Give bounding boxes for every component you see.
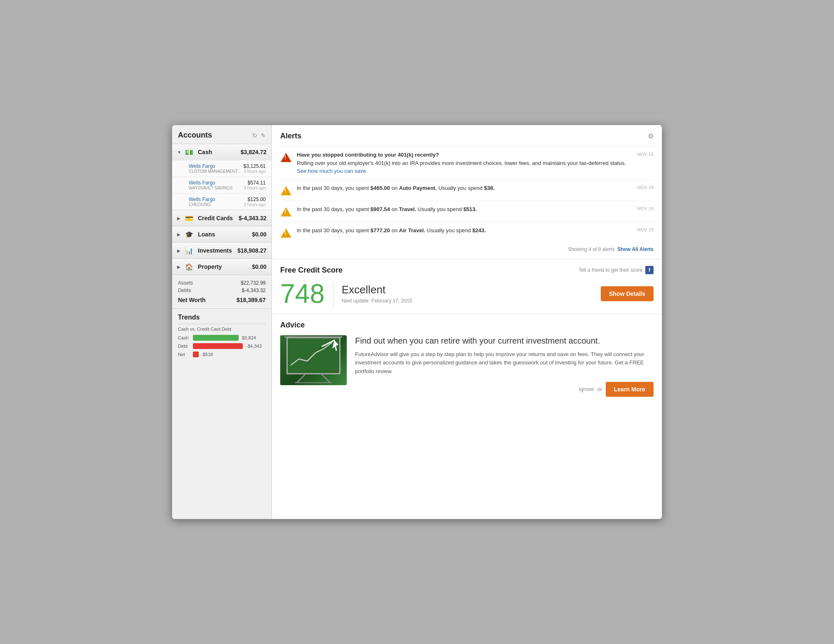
alert-401k-date: NOV 19 <box>637 151 654 157</box>
score-rating: Excellent <box>342 283 412 296</box>
credit-score-title: Free Credit Score <box>280 266 343 275</box>
score-info: Excellent Next update: February 17, 2015 <box>342 283 412 304</box>
account-group-loans: ▶ 🎓 Loans $0.00 <box>172 226 271 243</box>
assets-value: $22,732.99 <box>241 280 266 286</box>
alert-yellow-triangle-icon <box>281 207 291 216</box>
cash-group-name: Cash <box>198 149 241 155</box>
alert-auto-text: In the past 30 days, you spent $465.00 o… <box>297 185 495 191</box>
property-name: Property <box>198 263 252 270</box>
alerts-showing-count: Showing 4 of 8 alerts <box>568 246 614 252</box>
advice-image <box>280 335 347 385</box>
sidebar-title: Accounts <box>178 131 212 140</box>
sidebar: Accounts ↻ ✎ ▼ 💵 Cash $3,824.72 Wells Fa… <box>172 125 272 519</box>
sub-account-name[interactable]: Wells Fargo <box>189 163 241 169</box>
advice-body-text: FutureAdvisor will give you a step by st… <box>355 350 654 376</box>
net-worth-row: Net Worth $18,389.67 <box>178 297 266 303</box>
alert-travel-date: NOV 19 <box>637 205 654 211</box>
refresh-icon[interactable]: ↻ <box>252 132 257 139</box>
credit-score-left: 748 Excellent Next update: February 17, … <box>280 280 412 307</box>
learn-more-button[interactable]: Learn More <box>606 382 654 397</box>
debts-row: Debts $-4,343.32 <box>178 288 266 293</box>
alert-401k-body: Have you stopped contributing to your 40… <box>297 151 628 175</box>
sub-account-name[interactable]: Wells Fargo <box>189 180 232 186</box>
cash-group-header[interactable]: ▼ 💵 Cash $3,824.72 <box>172 144 271 160</box>
alert-auto-body: In the past 30 days, you spent $465.00 o… <box>297 184 628 192</box>
alert-red-icon-wrap <box>280 152 292 163</box>
credit-score-section: Free Credit Score Tell a friend to get t… <box>272 259 662 314</box>
debts-label: Debts <box>178 288 191 293</box>
credit-friend-text: Tell a friend to get their score <box>579 267 643 273</box>
sub-account-time: 3 hours ago <box>244 202 266 207</box>
investments-group-header[interactable]: ▶ 📊 Investments $18,908.27 <box>172 243 271 258</box>
alert-air-travel-date: NOV 19 <box>637 226 654 232</box>
property-group-header[interactable]: ▶ 🏠 Property $0.00 <box>172 259 271 275</box>
cash-sub-accounts: Wells Fargo CUSTOM MANAGEMENT... $3,125.… <box>172 160 271 210</box>
trends-subtitle: Cash vs. Credit Card Debt <box>178 327 266 332</box>
ignore-link[interactable]: Ignore <box>579 386 594 392</box>
advice-text-block: Find out when you can retire with your c… <box>355 335 654 397</box>
investments-name: Investments <box>198 247 237 254</box>
alerts-footer: Showing 4 of 8 alerts Show All Alerts <box>280 243 654 252</box>
alert-yellow-icon-wrap-air <box>280 227 292 239</box>
sub-account-amount: $574.11 <box>244 180 266 186</box>
list-item: Wells Fargo WAY2SAVE? SAVINGS $574.11 3 … <box>172 177 271 193</box>
credit-cards-name: Credit Cards <box>198 215 239 221</box>
account-group-cash: ▼ 💵 Cash $3,824.72 Wells Fargo CUSTOM MA… <box>172 144 271 210</box>
score-divider <box>333 281 333 306</box>
account-group-investments: ▶ 📊 Investments $18,908.27 <box>172 243 271 259</box>
alert-auto-date: NOV 19 <box>637 184 654 190</box>
credit-cards-group-header[interactable]: ▶ 💳 Credit Cards $-4,343.32 <box>172 210 271 226</box>
expand-arrow-property: ▶ <box>177 265 181 269</box>
expand-arrow-credit: ▶ <box>177 216 181 221</box>
svg-line-4 <box>322 374 330 383</box>
property-icon: 🏠 <box>184 263 195 270</box>
alert-item-travel: In the past 30 days, you spent $907.54 o… <box>280 201 654 222</box>
loans-icon: 🎓 <box>184 231 195 238</box>
sub-account-name[interactable]: Wells Fargo <box>189 197 215 202</box>
property-total: $0.00 <box>252 263 266 270</box>
account-summary: Assets $22,732.99 Debts $-4,343.32 Net W… <box>172 275 271 309</box>
alert-item-air-travel: In the past 30 days, you spent $777.20 o… <box>280 222 654 243</box>
expand-arrow-loans: ▶ <box>177 232 181 237</box>
debt-bar <box>193 343 243 349</box>
sub-account-amount: $125.00 <box>244 197 266 202</box>
net-worth-label: Net Worth <box>178 297 206 303</box>
account-group-credit-cards: ▶ 💳 Credit Cards $-4,343.32 <box>172 210 271 226</box>
list-item: Wells Fargo CUSTOM MANAGEMENT... $3,125.… <box>172 160 271 177</box>
credit-score-content: 748 Excellent Next update: February 17, … <box>280 280 654 307</box>
credit-friend-link[interactable]: Tell a friend to get their score f <box>579 266 654 274</box>
assets-label: Assets <box>178 280 193 286</box>
cash-group-total: $3,824.72 <box>241 149 266 155</box>
loans-total: $0.00 <box>252 231 266 238</box>
svg-line-3 <box>297 374 305 383</box>
show-all-alerts-link[interactable]: Show All Alerts <box>617 246 654 252</box>
alert-401k-link[interactable]: See how much you can save. <box>297 168 368 174</box>
sub-account-type: CHECKING <box>189 202 215 207</box>
trends-section: Trends Cash vs. Credit Card Debt Cash $3… <box>172 309 271 362</box>
main-content: Alerts ⚙ Have you stopped contributing t… <box>272 125 662 519</box>
alert-yellow-triangle-icon <box>281 186 291 195</box>
edit-icon[interactable]: ✎ <box>261 132 266 139</box>
alert-yellow-icon-wrap-auto <box>280 185 292 197</box>
alerts-title: Alerts <box>280 132 301 140</box>
expand-arrow-investments: ▶ <box>177 248 181 253</box>
credit-cards-total: $-4,343.32 <box>239 215 266 221</box>
cash-bar <box>193 335 239 341</box>
net-bar-row: Net -$518 <box>178 351 266 357</box>
loans-group-header[interactable]: ▶ 🎓 Loans $0.00 <box>172 226 271 242</box>
alert-yellow-icon-wrap-travel <box>280 206 292 218</box>
loans-name: Loans <box>198 231 252 238</box>
facebook-icon[interactable]: f <box>645 266 654 274</box>
debt-bar-row: Debt -$4,343 <box>178 343 266 349</box>
alert-travel-text: In the past 30 days, you spent $907.54 o… <box>297 206 477 212</box>
trends-title: Trends <box>178 314 266 324</box>
cash-bar-row: Cash $3,824 <box>178 335 266 341</box>
show-details-button[interactable]: Show Details <box>601 286 654 301</box>
advice-content: Find out when you can retire with your c… <box>280 335 654 397</box>
cash-bar-amount: $3,824 <box>242 335 256 340</box>
advice-title: Advice <box>280 321 305 329</box>
net-bar-amount: -$518 <box>201 352 213 357</box>
alerts-gear-icon[interactable]: ⚙ <box>648 132 654 140</box>
sidebar-header: Accounts ↻ ✎ <box>172 125 271 144</box>
investments-icon: 📊 <box>184 247 195 254</box>
